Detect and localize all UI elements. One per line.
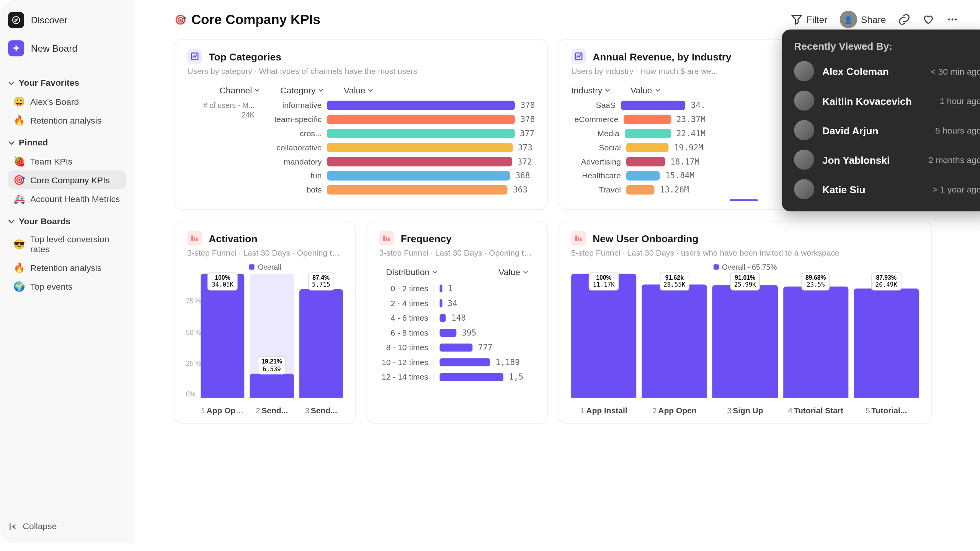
- sidebar-item[interactable]: 🔥Retention analysis: [8, 258, 126, 277]
- chart-icon: [187, 49, 202, 64]
- bar: [626, 185, 655, 195]
- new-board-button[interactable]: + New Board: [8, 40, 126, 56]
- bar-value: 18.17M: [670, 157, 699, 166]
- scroll-indicator[interactable]: [730, 199, 758, 201]
- bar-value: 15.84M: [665, 171, 694, 181]
- bar: [642, 284, 707, 398]
- bar-row: Travel13.26M: [571, 185, 706, 195]
- sidebar-item-label: Team KPIs: [30, 156, 72, 166]
- svg-rect-10: [385, 237, 387, 241]
- bar: [327, 171, 510, 181]
- bar-value: 13.26M: [660, 185, 689, 195]
- viewer-row[interactable]: David Arjun5 hours ago: [794, 120, 980, 140]
- bar: [626, 157, 665, 166]
- bar-row: SaaS34.: [571, 101, 706, 110]
- discover-nav[interactable]: Discover: [8, 12, 126, 28]
- y-axis: 75 % 50 % 25 % 0%: [186, 274, 201, 398]
- sidebar-item-label: Account Health Metrics: [30, 194, 120, 204]
- bar-row: 8 - 10 times777: [379, 343, 535, 352]
- bar: [571, 274, 636, 398]
- sidebar-item[interactable]: 😀Alex's Board: [8, 92, 126, 111]
- dropdown-control[interactable]: Value: [344, 85, 374, 95]
- avatar-icon: [794, 179, 814, 199]
- title-text: Core Company KPIs: [191, 12, 320, 27]
- bar-label: 8 - 10 times: [379, 343, 434, 352]
- bar-label: cros...: [265, 129, 322, 139]
- viewer-row[interactable]: Katie Siu> 1 year ago: [794, 179, 980, 199]
- bar-value-tag: 87.93%20.49K: [871, 272, 901, 290]
- svg-rect-9: [383, 235, 385, 241]
- bar: [783, 287, 848, 398]
- sidebar-item[interactable]: 🌍Top events: [8, 277, 126, 296]
- bar: [439, 284, 442, 292]
- sidebar-item[interactable]: 🍓Team KPIs: [8, 152, 126, 170]
- viewer-row[interactable]: Jon Yablonski2 months ago: [794, 150, 980, 170]
- more-icon[interactable]: [946, 13, 959, 26]
- viewer-name: Jon Yablonski: [822, 154, 920, 165]
- heart-icon[interactable]: [922, 13, 934, 26]
- x-label: 3Sign Up: [712, 406, 777, 416]
- chart-summary: # of users - M... 24K: [187, 101, 257, 199]
- page-title: 🎯 Core Company KPIs: [175, 12, 320, 27]
- plus-icon: +: [8, 40, 24, 56]
- recently-viewed-popover: Recently Viewed By: Alex Coleman< 30 min…: [782, 29, 980, 211]
- sidebar-item[interactable]: 🎯Core Company KPIs: [8, 170, 126, 189]
- bar-label: collaborative: [265, 143, 322, 152]
- share-label: Share: [861, 14, 886, 25]
- sidebar-item-label: Core Company KPIs: [30, 175, 110, 185]
- dropdown-control[interactable]: Value: [630, 85, 660, 95]
- sidebar-item-label: Top level conversion rates: [30, 234, 121, 254]
- title-emoji: 🎯: [175, 14, 186, 25]
- funnel-step: 87.4%5,715: [299, 274, 343, 398]
- viewer-row[interactable]: Kaitlin Kovacevich1 hour ago: [794, 91, 980, 111]
- pinned-header[interactable]: Pinned: [8, 137, 126, 147]
- emoji-icon: 🚑: [13, 193, 25, 204]
- svg-point-0: [13, 16, 20, 23]
- x-label: 1App Open: [201, 406, 245, 416]
- dropdown-control[interactable]: Industry: [571, 85, 610, 95]
- viewer-time: > 1 year ago: [933, 184, 980, 194]
- share-button[interactable]: 👤 Share: [840, 11, 886, 28]
- x-label: 3Send...: [299, 406, 343, 416]
- collapse-label: Collapse: [23, 521, 57, 531]
- sidebar-item-label: Alex's Board: [30, 96, 79, 106]
- bar-label: Social: [571, 143, 621, 152]
- funnel-step: 91.01%25.99K: [712, 274, 777, 398]
- sidebar-item[interactable]: 🔥Retention analysis: [8, 111, 126, 129]
- link-icon[interactable]: [898, 13, 910, 26]
- dropdown-control[interactable]: Category: [280, 85, 324, 95]
- compass-icon: [8, 12, 24, 28]
- x-label: 2Send...: [250, 406, 294, 416]
- bar-value-tag: 87.4%5,715: [308, 272, 334, 290]
- bar-label: informative: [265, 101, 322, 110]
- bar-value: 23.37M: [676, 115, 706, 124]
- dropdown-control[interactable]: Channel: [219, 85, 260, 95]
- dropdown-control[interactable]: Value: [498, 267, 528, 277]
- bar-label: Advertising: [571, 157, 621, 166]
- your-boards-header[interactable]: Your Boards: [8, 216, 126, 226]
- bar: [299, 289, 343, 398]
- viewer-row[interactable]: Alex Coleman< 30 min ago: [794, 61, 980, 82]
- collapse-button[interactable]: Collapse: [8, 521, 126, 531]
- dropdown-control[interactable]: Distribution: [386, 267, 438, 277]
- bar-row: eCommerce23.37M: [571, 115, 706, 124]
- bar-value-tag: 100%11.17K: [589, 272, 619, 290]
- bar: [712, 285, 777, 398]
- x-label: 5Tutorial...: [854, 406, 919, 416]
- bar: [327, 101, 515, 110]
- favorites-header[interactable]: Your Favorites: [8, 78, 126, 88]
- filter-button[interactable]: Filter: [791, 13, 828, 26]
- bar-row: fun368: [265, 171, 535, 181]
- sidebar-item[interactable]: 😎Top level conversion rates: [8, 230, 126, 258]
- new-board-label: New Board: [31, 43, 77, 54]
- bar-row: informative378: [265, 101, 535, 110]
- bar-value: 19.92M: [674, 143, 703, 152]
- emoji-icon: 🔥: [13, 262, 25, 273]
- bar-row: 12 - 14 times1,5: [379, 372, 535, 382]
- sidebar: Discover + New Board Your Favorites 😀Ale…: [0, 0, 134, 543]
- sidebar-item[interactable]: 🚑Account Health Metrics: [8, 189, 126, 208]
- funnel-step: 89.68%23.5%: [783, 274, 848, 398]
- card-subtitle: 5-step Funnel · Last 30 Days · users who…: [571, 248, 919, 258]
- avatar-icon: [794, 120, 814, 140]
- bar-value: 377: [520, 129, 534, 139]
